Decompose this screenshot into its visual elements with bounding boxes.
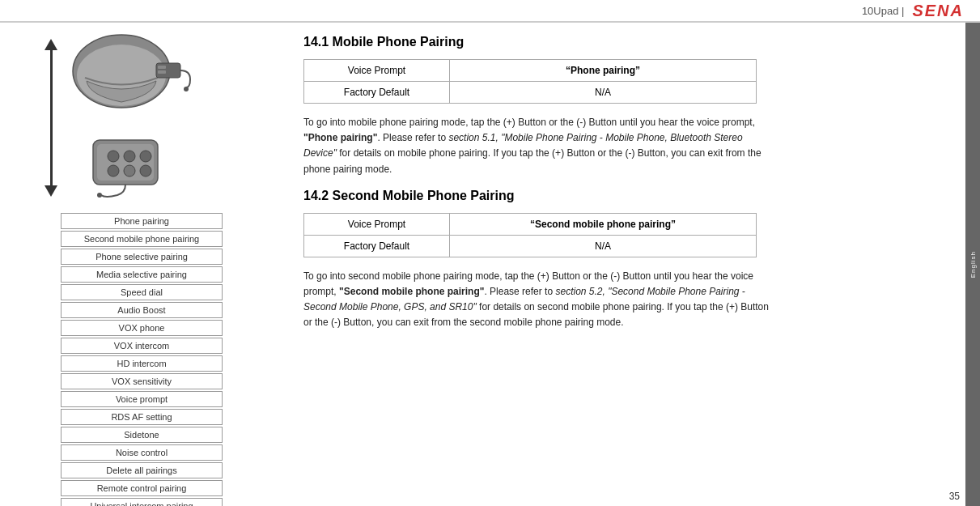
menu-item-speed-dial[interactable]: Speed dial bbox=[61, 284, 223, 300]
right-wrapper: 14.1 Mobile Phone Pairing Voice Prompt “… bbox=[283, 23, 980, 506]
arrow-down-icon bbox=[45, 185, 57, 197]
voice-prompt-label: Voice Prompt bbox=[304, 60, 450, 82]
table-row: Factory Default N/A bbox=[304, 82, 757, 104]
voice-prompt-value-2: “Second mobile phone pairing” bbox=[450, 213, 757, 235]
arrow-up-icon bbox=[45, 39, 57, 50]
factory-default-label-2: Factory Default bbox=[304, 235, 450, 257]
section-14-1-body: To go into mobile phone pairing mode, ta… bbox=[303, 115, 773, 177]
svg-point-9 bbox=[124, 151, 135, 162]
svg-point-10 bbox=[140, 151, 151, 162]
svg-point-13 bbox=[140, 165, 151, 176]
right-panel: 14.1 Mobile Phone Pairing Voice Prompt “… bbox=[283, 23, 965, 506]
menu-item-vox-phone[interactable]: VOX phone bbox=[61, 320, 223, 336]
main-container: Phone pairing Second mobile phone pairin… bbox=[0, 23, 980, 506]
menu-item-universal-intercom[interactable]: Universal intercom pairing bbox=[61, 498, 223, 506]
menu-item-sidetone[interactable]: Sidetone bbox=[61, 427, 223, 443]
menu-item-remote-pairing[interactable]: Remote control pairing bbox=[61, 480, 223, 496]
factory-default-value-2: N/A bbox=[450, 235, 757, 257]
svg-point-8 bbox=[108, 151, 119, 162]
menu-list: Phone pairing Second mobile phone pairin… bbox=[61, 213, 223, 506]
menu-item-media-selective[interactable]: Media selective pairing bbox=[61, 266, 223, 283]
menu-item-rds-af[interactable]: RDS AF setting bbox=[61, 409, 223, 425]
table-row: Voice Prompt “Second mobile phone pairin… bbox=[304, 213, 757, 235]
section-14-2: 14.2 Second Mobile Phone Pairing Voice P… bbox=[303, 189, 945, 331]
device-image-area bbox=[28, 31, 255, 205]
section-14-2-table: Voice Prompt “Second mobile phone pairin… bbox=[303, 213, 757, 257]
remote-device-image bbox=[77, 132, 182, 205]
inline-bold-second-pairing: "Second mobile phone pairing" bbox=[339, 286, 484, 297]
menu-item-voice-prompt[interactable]: Voice prompt bbox=[61, 391, 223, 407]
svg-rect-4 bbox=[158, 70, 166, 74]
factory-default-value: N/A bbox=[450, 82, 757, 104]
device-images bbox=[61, 31, 198, 205]
arrow-container bbox=[45, 39, 57, 197]
left-panel: Phone pairing Second mobile phone pairin… bbox=[0, 23, 283, 506]
section-14-1: 14.1 Mobile Phone Pairing Voice Prompt “… bbox=[303, 35, 945, 177]
svg-rect-3 bbox=[158, 66, 166, 69]
helmet-device-image bbox=[61, 31, 198, 116]
header-title: 10Upad | bbox=[862, 5, 905, 17]
section-14-2-body: To go into second mobile phone pairing m… bbox=[303, 269, 773, 331]
english-sidebar-tab: English bbox=[965, 23, 980, 506]
menu-item-noise-control[interactable]: Noise control bbox=[61, 444, 223, 461]
menu-item-vox-intercom[interactable]: VOX intercom bbox=[61, 338, 223, 354]
table-row: Factory Default N/A bbox=[304, 235, 757, 257]
svg-point-11 bbox=[108, 165, 119, 176]
menu-item-delete-pairings[interactable]: Delete all pairings bbox=[61, 462, 223, 478]
menu-item-hd-intercom[interactable]: HD intercom bbox=[61, 355, 223, 372]
svg-point-12 bbox=[124, 165, 135, 176]
svg-point-14 bbox=[97, 193, 102, 198]
menu-item-vox-sensitivity[interactable]: VOX sensitivity bbox=[61, 373, 223, 389]
section-14-1-title: 14.1 Mobile Phone Pairing bbox=[303, 35, 945, 49]
voice-prompt-label-2: Voice Prompt bbox=[304, 213, 450, 235]
page-number: 35 bbox=[949, 491, 960, 502]
inline-bold-phone-pairing: "Phone pairing" bbox=[303, 132, 377, 143]
sena-logo: SENA bbox=[912, 2, 964, 20]
section-14-2-title: 14.2 Second Mobile Phone Pairing bbox=[303, 189, 945, 203]
section-14-1-table: Voice Prompt “Phone pairing” Factory Def… bbox=[303, 59, 757, 104]
menu-item-phone-selective[interactable]: Phone selective pairing bbox=[61, 249, 223, 265]
menu-item-audio-boost[interactable]: Audio Boost bbox=[61, 302, 223, 318]
table-row: Voice Prompt “Phone pairing” bbox=[304, 60, 757, 82]
page-header: 10Upad | SENA bbox=[0, 0, 980, 23]
factory-default-label: Factory Default bbox=[304, 82, 450, 104]
svg-point-5 bbox=[184, 87, 189, 91]
arrow-line bbox=[50, 50, 53, 185]
voice-prompt-value: “Phone pairing” bbox=[450, 60, 757, 82]
menu-item-phone-pairing[interactable]: Phone pairing bbox=[61, 213, 223, 229]
english-label: English bbox=[969, 251, 977, 278]
menu-item-second-mobile[interactable]: Second mobile phone pairing bbox=[61, 231, 223, 247]
